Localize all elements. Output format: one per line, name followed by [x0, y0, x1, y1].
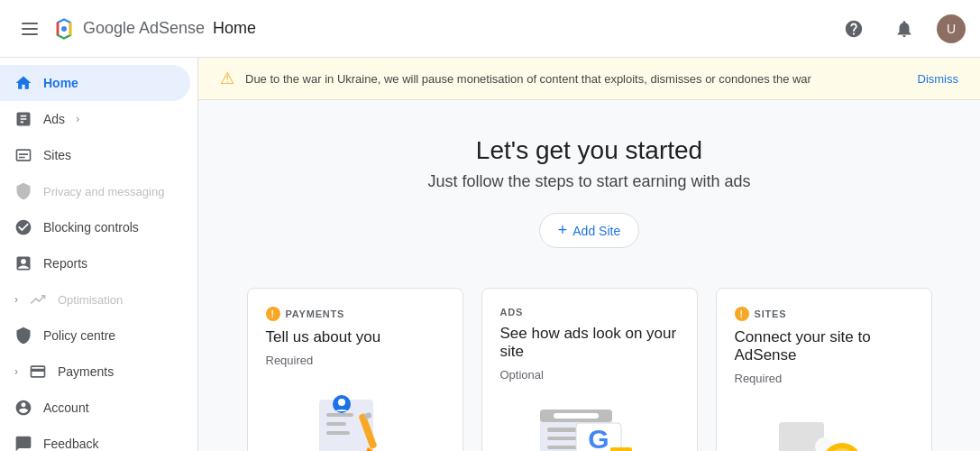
topbar: Google AdSense Home U: [0, 0, 980, 58]
sidebar-item-home[interactable]: Home: [0, 65, 190, 101]
sidebar-label-feedback: Feedback: [43, 437, 98, 451]
sidebar-item-blocking-controls[interactable]: Blocking controls: [0, 209, 190, 245]
svg-rect-12: [554, 413, 599, 419]
add-site-label: Add Site: [572, 224, 620, 238]
sidebar-item-payments[interactable]: › Payments: [0, 354, 190, 390]
sidebar-label-home: Home: [43, 76, 78, 90]
plus-icon: +: [558, 221, 568, 240]
account-icon: [14, 399, 32, 417]
logo: Google AdSense: [52, 16, 205, 41]
card-title-payments: Tell us about you: [266, 328, 444, 346]
warning-dot-payments: !: [266, 307, 280, 321]
card-title-sites: Connect your site to AdSense: [735, 328, 913, 364]
svg-rect-3: [326, 422, 346, 426]
card-sub-ads: Optional: [500, 368, 679, 382]
sidebar: Home Ads › Sites Privacy and messaging: [0, 58, 198, 451]
sidebar-item-reports[interactable]: Reports: [0, 245, 190, 281]
sidebar-label-sites: Sites: [43, 148, 71, 162]
layout: Home Ads › Sites Privacy and messaging: [0, 58, 980, 451]
sidebar-item-optimisation: › Optimisation: [0, 281, 197, 318]
sidebar-label-reports: Reports: [43, 256, 87, 271]
topbar-left: Google AdSense: [14, 15, 213, 42]
sidebar-label-account: Account: [43, 400, 89, 415]
home-icon: [14, 74, 32, 92]
sidebar-item-ads[interactable]: Ads ›: [0, 101, 190, 137]
topbar-right: U: [836, 11, 966, 47]
svg-rect-2: [326, 413, 353, 417]
svg-point-0: [61, 26, 67, 32]
avatar[interactable]: U: [937, 14, 966, 43]
card-tag-sites: ! SITES: [735, 307, 913, 321]
hero-subheading: Just follow the steps to start earning w…: [220, 172, 958, 191]
sidebar-label-payments: Payments: [58, 364, 114, 379]
sites-card: ! SITES Connect your site to AdSense Req…: [716, 288, 932, 451]
card-tag-payments: ! PAYMENTS: [266, 307, 444, 321]
sidebar-label-ads: Ads: [43, 112, 65, 126]
banner-text: Due to the war in Ukraine, we will pause…: [245, 72, 907, 86]
sidebar-label-privacy: Privacy and messaging: [43, 185, 164, 198]
card-sub-sites: Required: [735, 372, 913, 385]
sidebar-item-sites[interactable]: Sites: [0, 137, 190, 173]
sidebar-item-feedback[interactable]: Feedback: [0, 426, 190, 451]
card-illustration-sites: $: [735, 400, 913, 451]
card-tag-ads: ADS: [500, 307, 679, 318]
privacy-icon: [14, 182, 32, 200]
cards-section: ! PAYMENTS Tell us about you Required: [198, 270, 980, 451]
notifications-button[interactable]: [886, 11, 922, 47]
logo-text: Google AdSense: [83, 19, 205, 38]
main-content: ⚠ Due to the war in Ukraine, we will pau…: [198, 58, 980, 451]
sites-icon: [14, 146, 32, 164]
sidebar-item-policy-centre[interactable]: Policy centre: [0, 318, 190, 354]
dismiss-button[interactable]: Dismiss: [918, 72, 959, 86]
payments-card: ! PAYMENTS Tell us about you Required: [247, 288, 463, 451]
help-button[interactable]: [836, 11, 872, 47]
svg-rect-4: [326, 431, 350, 435]
hero-section: Let's get you started Just follow the st…: [198, 100, 980, 270]
blocking-icon: [14, 218, 32, 236]
card-title-ads: See how ads look on your site: [500, 325, 679, 361]
card-tag-label-ads: ADS: [500, 307, 524, 318]
ads-card: ADS See how ads look on your site Option…: [481, 288, 698, 451]
chevron-expand-icon: ›: [14, 293, 18, 306]
chevron-expand-payments-icon: ›: [14, 365, 18, 378]
help-icon: [844, 19, 864, 39]
svg-rect-19: [610, 447, 632, 451]
sidebar-item-privacy-messaging: Privacy and messaging: [0, 173, 197, 209]
warning-icon: ⚠: [220, 69, 234, 88]
card-tag-label-payments: PAYMENTS: [286, 308, 345, 319]
policy-icon: [14, 327, 32, 345]
add-site-button[interactable]: + Add Site: [539, 213, 639, 248]
bell-icon: [894, 19, 914, 39]
sidebar-label-optimisation: Optimisation: [58, 293, 123, 307]
sidebar-label-blocking: Blocking controls: [43, 220, 139, 235]
hero-heading: Let's get you started: [220, 136, 958, 165]
card-tag-label-sites: SITES: [755, 308, 787, 319]
warning-dot-sites: !: [735, 307, 749, 321]
ads-icon: [14, 110, 32, 128]
chevron-right-icon: ›: [76, 113, 79, 125]
optimisation-icon: [29, 290, 47, 308]
card-illustration-payments: [266, 382, 444, 451]
payments-icon: [29, 363, 47, 381]
svg-point-6: [338, 399, 345, 406]
reports-icon: [14, 254, 32, 272]
svg-text:G: G: [588, 424, 609, 451]
google-adsense-logo-icon: [52, 16, 78, 41]
card-sub-payments: Required: [266, 354, 444, 367]
card-illustration-ads: G: [500, 396, 679, 451]
sidebar-label-policy: Policy centre: [43, 328, 115, 343]
feedback-icon: [14, 435, 32, 451]
ukraine-banner: ⚠ Due to the war in Ukraine, we will pau…: [198, 58, 980, 100]
sidebar-item-account[interactable]: Account: [0, 390, 190, 426]
page-title: Home: [213, 19, 836, 38]
menu-button[interactable]: [14, 15, 45, 42]
